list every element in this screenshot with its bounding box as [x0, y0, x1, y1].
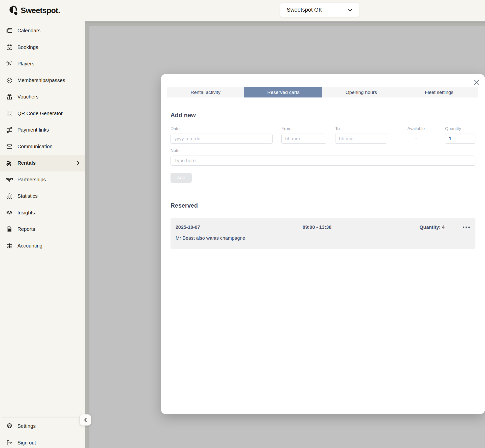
math-operators-icon: [6, 242, 13, 250]
from-time-input[interactable]: [281, 134, 326, 144]
tab-rental-activity[interactable]: Rental activity: [167, 87, 244, 97]
note-input[interactable]: [171, 156, 475, 166]
report-document-icon: [6, 226, 13, 233]
gear-icon: [6, 422, 13, 430]
handshake-icon: [6, 176, 13, 183]
chevron-down-icon: [347, 8, 353, 12]
organization-selector-value: Sweetspot GK: [287, 7, 322, 13]
sidebar-item-label: Communication: [17, 144, 53, 150]
reserved-entry-note: Mr Beast also wants champagne: [176, 235, 470, 241]
sweetspot-logo-icon: [9, 5, 18, 16]
sidebar-item-memberships[interactable]: Memberships/passes: [0, 72, 85, 89]
sidebar-item-label: Sign out: [17, 440, 36, 446]
sidebar: Calendars Bookings Players: [0, 21, 85, 448]
sidebar-item-calendars[interactable]: Calendars: [0, 22, 85, 39]
add-new-form-row: Date From To Available - Quantity: [171, 126, 475, 144]
available-value: -: [396, 134, 436, 144]
sidebar-item-insights[interactable]: Insights: [0, 205, 85, 221]
add-new-title: Add new: [171, 112, 475, 119]
sidebar-item-bookings[interactable]: Bookings: [0, 39, 85, 56]
sidebar-item-label: Rentals: [17, 160, 36, 166]
sidebar-item-label: Partnerships: [17, 177, 46, 183]
to-time-input[interactable]: [335, 134, 387, 144]
organization-selector[interactable]: Sweetspot GK: [280, 3, 359, 17]
sidebar-item-payment-links[interactable]: Payment links: [0, 122, 85, 138]
sidebar-item-partnerships[interactable]: Partnerships: [0, 171, 85, 188]
reserved-carts-panel: Add new Date From To Available - Quantit…: [161, 112, 485, 249]
chevron-right-icon: [76, 160, 80, 166]
reserved-entry-date: 2025-10-07: [176, 225, 273, 230]
brand-logo: Sweetspot.: [9, 0, 60, 21]
sidebar-item-label: Statistics: [17, 193, 38, 199]
sidebar-item-communication[interactable]: Communication: [0, 138, 85, 155]
ellipsis-icon[interactable]: [462, 225, 470, 230]
sidebar-item-accounting[interactable]: Accounting: [0, 238, 85, 254]
calendar-check-icon: [6, 43, 13, 51]
sidebar-nav: Calendars Bookings Players: [0, 21, 85, 254]
tab-opening-hours[interactable]: Opening hours: [322, 87, 400, 97]
available-label: Available: [396, 126, 436, 131]
add-button[interactable]: Add: [171, 173, 192, 183]
close-icon[interactable]: [471, 77, 481, 87]
sidebar-item-reports[interactable]: Reports: [0, 221, 85, 238]
to-label: To: [335, 126, 387, 131]
envelope-icon: [6, 143, 13, 150]
sidebar-item-label: Players: [17, 61, 34, 67]
lightbulb-icon: [6, 209, 13, 216]
rentals-modal: Rental activity Reserved carts Opening h…: [161, 74, 485, 414]
sidebar-item-players[interactable]: Players: [0, 56, 85, 72]
tab-fleet-settings[interactable]: Fleet settings: [400, 87, 478, 97]
quantity-field-group: Quantity: [445, 126, 475, 144]
sidebar-item-label: QR Code Generator: [17, 111, 63, 116]
page-header-divider: [85, 22, 485, 23]
from-field-group: From: [281, 126, 326, 144]
quantity-label: Quantity: [445, 126, 475, 131]
golf-cart-icon: [6, 159, 13, 167]
sidebar-item-label: Insights: [17, 210, 35, 216]
sidebar-item-settings[interactable]: Settings: [0, 418, 85, 435]
quantity-input[interactable]: [445, 134, 475, 144]
reserved-entry-row: 2025-10-07 09:00 - 13:30 Quantity: 4: [176, 225, 470, 230]
reserved-entry-time: 09:00 - 13:30: [273, 225, 361, 230]
sign-out-icon: [6, 439, 13, 446]
bar-chart-icon: [6, 192, 13, 200]
sidebar-collapse-button[interactable]: [80, 414, 91, 426]
date-input[interactable]: [171, 134, 273, 144]
people-icon: [6, 60, 13, 68]
sidebar-item-statistics[interactable]: Statistics: [0, 188, 85, 205]
sidebar-bottom-section: Settings Sign out: [0, 418, 85, 448]
sidebar-item-label: Settings: [17, 423, 36, 429]
sidebar-item-qr-code-generator[interactable]: QR Code Generator: [0, 105, 85, 122]
sidebar-item-label: Memberships/passes: [17, 78, 65, 83]
date-field-group: Date: [171, 126, 273, 144]
sidebar-item-sign-out[interactable]: Sign out: [0, 435, 85, 448]
calendar-icon: [6, 27, 13, 35]
reserved-entry-card: 2025-10-07 09:00 - 13:30 Quantity: 4 Mr …: [171, 218, 475, 249]
to-field-group: To: [335, 126, 387, 144]
date-label: Date: [171, 126, 273, 131]
note-label: Note: [171, 148, 475, 153]
gift-icon: [6, 93, 13, 101]
sidebar-item-vouchers[interactable]: Vouchers: [0, 89, 85, 105]
badge-check-icon: [6, 77, 13, 84]
sidebar-item-label: Calendars: [17, 28, 40, 34]
reserved-title: Reserved: [171, 202, 475, 209]
sidebar-item-rentals[interactable]: Rentals: [0, 155, 85, 171]
from-label: From: [281, 126, 326, 131]
banknote-arrows-icon: [6, 126, 13, 134]
reserved-entry-quantity: Quantity: 4: [420, 225, 445, 230]
chevron-left-icon: [84, 417, 87, 422]
available-field-group: Available -: [396, 126, 436, 144]
tab-reserved-carts[interactable]: Reserved carts: [244, 87, 322, 97]
sidebar-item-label: Reports: [17, 226, 35, 232]
sidebar-item-label: Payment links: [17, 127, 49, 133]
qr-code-icon: [6, 110, 13, 117]
sidebar-item-label: Bookings: [17, 44, 38, 50]
note-field-group: Note: [171, 148, 475, 166]
sidebar-item-label: Vouchers: [17, 94, 38, 100]
top-header-bar: Sweetspot. Sweetspot GK: [0, 0, 485, 21]
brand-name: Sweetspot.: [21, 6, 60, 15]
modal-tab-bar: Rental activity Reserved carts Opening h…: [167, 87, 478, 97]
sidebar-item-label: Accounting: [17, 243, 42, 249]
